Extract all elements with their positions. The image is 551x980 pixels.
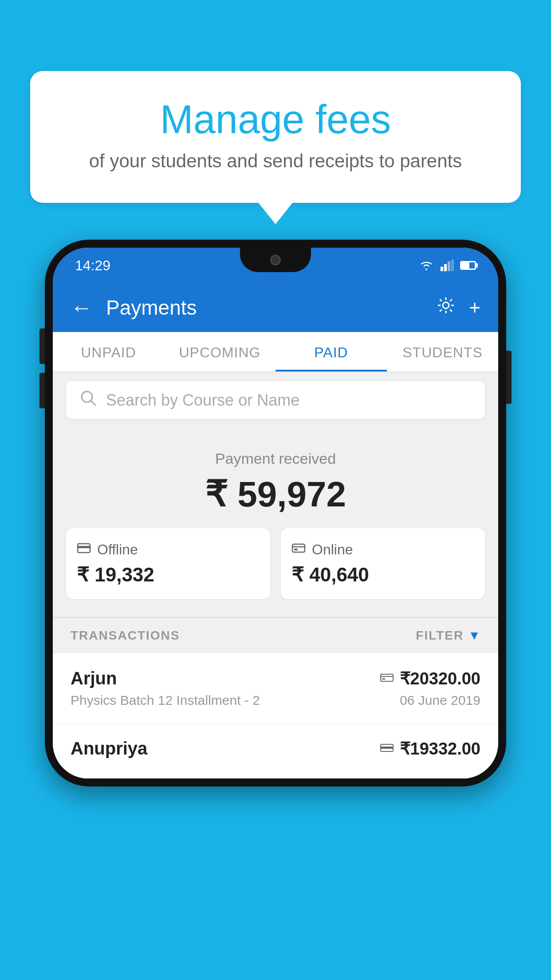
transactions-header: TRANSACTIONS FILTER ▼ [53, 617, 498, 653]
transactions-label: TRANSACTIONS [71, 628, 180, 643]
transaction-payment-icon [380, 741, 394, 756]
transaction-amount-container: ₹19332.00 [380, 739, 481, 759]
transaction-row-top: Arjun ₹20320.00 [71, 668, 480, 688]
svg-rect-9 [292, 544, 305, 552]
phone-wrapper: 14:29 [45, 240, 506, 786]
app-header: ← Payments + [53, 283, 498, 332]
transaction-name: Arjun [71, 668, 117, 688]
speech-bubble: Manage fees of your students and send re… [30, 71, 521, 203]
offline-card: Offline ₹ 19,332 [66, 528, 270, 599]
transaction-amount: ₹20320.00 [400, 669, 481, 688]
tab-upcoming[interactable]: UPCOMING [164, 332, 276, 371]
payment-summary: Payment received ₹ 59,972 Offline [53, 428, 498, 617]
svg-rect-0 [441, 267, 443, 271]
battery-icon [460, 261, 476, 270]
search-bar[interactable]: Search by Course or Name [66, 381, 485, 419]
online-card: Online ₹ 40,640 [281, 528, 485, 599]
offline-card-header: Offline [77, 541, 260, 558]
back-button[interactable]: ← [71, 295, 93, 320]
filter-icon: ▼ [468, 628, 480, 643]
transaction-row-bottom: Physics Batch 12 Installment - 2 06 June… [71, 693, 480, 708]
tab-students[interactable]: STUDENTS [387, 332, 498, 371]
search-input-placeholder[interactable]: Search by Course or Name [106, 391, 299, 410]
status-time: 14:29 [75, 257, 110, 274]
payment-received-label: Payment received [66, 450, 485, 467]
page-title: Payments [106, 296, 423, 320]
online-payment-icon [291, 541, 306, 558]
search-container: Search by Course or Name [53, 372, 498, 428]
svg-rect-16 [381, 747, 393, 749]
online-label: Online [312, 541, 353, 558]
svg-point-4 [443, 302, 449, 308]
wifi-icon [418, 260, 434, 271]
transaction-payment-icon [380, 671, 394, 686]
transaction-item[interactable]: Anupriya ₹19332.00 [53, 723, 498, 778]
transaction-row-top: Anupriya ₹19332.00 [71, 739, 480, 759]
phone-frame: 14:29 [45, 240, 506, 786]
bubble-title: Manage fees [52, 98, 499, 142]
svg-rect-14 [382, 678, 385, 680]
transaction-item[interactable]: Arjun ₹20320.00 Physics Batch 1 [53, 653, 498, 723]
svg-rect-12 [381, 674, 393, 681]
svg-rect-11 [294, 549, 298, 550]
tabs-bar: UNPAID UPCOMING PAID STUDENTS [53, 332, 498, 372]
signal-icon [441, 260, 454, 271]
notch [240, 248, 311, 272]
transaction-description: Physics Batch 12 Installment - 2 [71, 693, 260, 708]
online-amount: ₹ 40,640 [291, 563, 474, 586]
svg-rect-1 [444, 264, 447, 271]
phone-screen: 14:29 [53, 248, 498, 778]
transaction-date: 06 June 2019 [400, 693, 480, 708]
header-icons: + [436, 296, 480, 320]
svg-rect-2 [448, 261, 450, 271]
payment-cards: Offline ₹ 19,332 [66, 528, 485, 599]
tab-unpaid[interactable]: UNPAID [53, 332, 164, 371]
svg-rect-8 [78, 546, 90, 548]
front-camera [270, 255, 281, 265]
search-icon [79, 389, 97, 411]
svg-rect-3 [451, 260, 454, 271]
bubble-subtitle: of your students and send receipts to pa… [52, 150, 499, 172]
transaction-amount: ₹19332.00 [400, 739, 481, 759]
filter-container[interactable]: FILTER ▼ [416, 628, 480, 643]
settings-icon[interactable] [436, 296, 456, 320]
offline-payment-icon [77, 541, 91, 558]
power-button [506, 351, 512, 404]
offline-label: Offline [97, 541, 138, 558]
transaction-name: Anupriya [71, 739, 147, 759]
volume-down-button [39, 373, 45, 408]
payment-total-amount: ₹ 59,972 [66, 474, 485, 515]
volume-up-button [39, 328, 45, 364]
offline-amount: ₹ 19,332 [77, 563, 260, 586]
svg-line-6 [91, 401, 95, 405]
tab-paid[interactable]: PAID [276, 332, 387, 371]
status-bar: 14:29 [53, 248, 498, 283]
transaction-amount-container: ₹20320.00 [380, 669, 481, 688]
add-button[interactable]: + [469, 296, 480, 319]
filter-label: FILTER [416, 628, 464, 643]
status-icons [418, 260, 476, 271]
online-card-header: Online [291, 541, 474, 558]
